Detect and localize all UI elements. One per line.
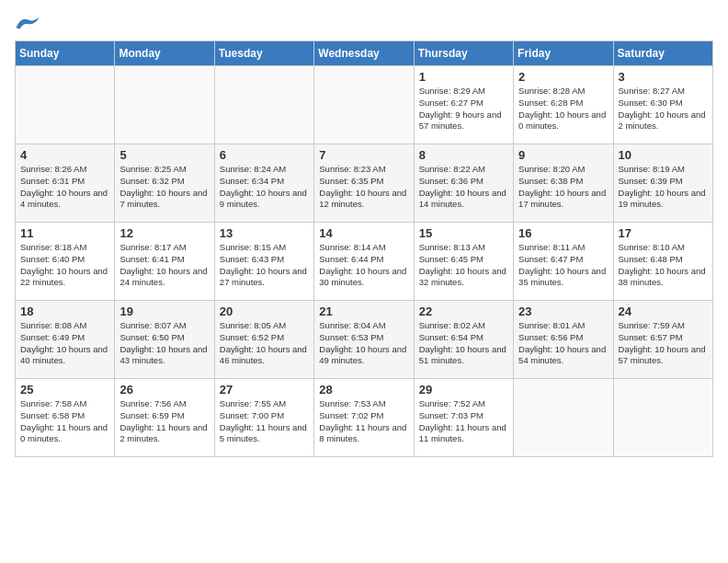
day-info: Sunrise: 7:59 AM Sunset: 6:57 PM Dayligh… xyxy=(619,320,708,367)
calendar-cell: 5Sunrise: 8:25 AM Sunset: 6:32 PM Daylig… xyxy=(115,144,214,223)
calendar-cell: 18Sunrise: 8:08 AM Sunset: 6:49 PM Dayli… xyxy=(16,301,115,379)
calendar-cell: 23Sunrise: 8:01 AM Sunset: 6:56 PM Dayli… xyxy=(514,301,613,379)
day-number: 22 xyxy=(419,304,508,318)
calendar-cell: 22Sunrise: 8:02 AM Sunset: 6:54 PM Dayli… xyxy=(414,301,513,379)
day-number: 19 xyxy=(119,304,209,318)
calendar-cell xyxy=(613,379,712,457)
weekday-header-wednesday: Wednesday xyxy=(314,41,414,66)
day-info: Sunrise: 8:24 AM Sunset: 6:34 PM Dayligh… xyxy=(220,164,309,211)
calendar-table: SundayMondayTuesdayWednesdayThursdayFrid… xyxy=(15,40,713,457)
logo-bird-icon xyxy=(15,15,40,33)
calendar-cell: 26Sunrise: 7:56 AM Sunset: 6:59 PM Dayli… xyxy=(115,379,214,457)
calendar-cell: 6Sunrise: 8:24 AM Sunset: 6:34 PM Daylig… xyxy=(214,144,313,223)
day-number: 21 xyxy=(319,304,408,318)
day-number: 24 xyxy=(619,304,708,318)
day-number: 6 xyxy=(220,148,309,162)
day-info: Sunrise: 8:28 AM Sunset: 6:28 PM Dayligh… xyxy=(518,86,608,132)
calendar-cell: 29Sunrise: 7:52 AM Sunset: 7:03 PM Dayli… xyxy=(414,379,513,457)
calendar-cell: 1Sunrise: 8:29 AM Sunset: 6:27 PM Daylig… xyxy=(414,66,513,144)
weekday-header-tuesday: Tuesday xyxy=(214,41,313,66)
calendar-cell: 19Sunrise: 8:07 AM Sunset: 6:50 PM Dayli… xyxy=(115,301,214,379)
calendar-week-row: 11Sunrise: 8:18 AM Sunset: 6:40 PM Dayli… xyxy=(16,223,713,301)
day-number: 9 xyxy=(518,148,608,162)
day-number: 29 xyxy=(419,383,508,396)
day-info: Sunrise: 8:29 AM Sunset: 6:27 PM Dayligh… xyxy=(419,86,508,132)
day-info: Sunrise: 8:19 AM Sunset: 6:39 PM Dayligh… xyxy=(619,164,708,211)
day-info: Sunrise: 7:56 AM Sunset: 6:59 PM Dayligh… xyxy=(119,398,209,445)
day-number: 5 xyxy=(119,148,209,162)
day-number: 1 xyxy=(419,70,508,84)
calendar-cell: 20Sunrise: 8:05 AM Sunset: 6:52 PM Dayli… xyxy=(214,301,313,379)
day-number: 27 xyxy=(220,383,309,396)
day-info: Sunrise: 8:04 AM Sunset: 6:53 PM Dayligh… xyxy=(319,320,408,367)
day-number: 17 xyxy=(619,226,708,240)
day-info: Sunrise: 8:23 AM Sunset: 6:35 PM Dayligh… xyxy=(319,164,408,211)
day-info: Sunrise: 7:58 AM Sunset: 6:58 PM Dayligh… xyxy=(20,398,109,445)
calendar-cell xyxy=(16,66,115,144)
day-info: Sunrise: 8:17 AM Sunset: 6:41 PM Dayligh… xyxy=(119,242,209,289)
day-number: 7 xyxy=(319,148,408,162)
weekday-header-friday: Friday xyxy=(514,41,613,66)
calendar-cell: 2Sunrise: 8:28 AM Sunset: 6:28 PM Daylig… xyxy=(514,66,613,144)
logo xyxy=(15,15,40,33)
day-info: Sunrise: 8:08 AM Sunset: 6:49 PM Dayligh… xyxy=(20,320,109,367)
weekday-header-monday: Monday xyxy=(115,41,214,66)
weekday-header-saturday: Saturday xyxy=(613,41,712,66)
calendar-cell: 17Sunrise: 8:10 AM Sunset: 6:48 PM Dayli… xyxy=(613,223,712,301)
day-number: 26 xyxy=(119,383,209,396)
day-info: Sunrise: 8:05 AM Sunset: 6:52 PM Dayligh… xyxy=(220,320,309,367)
day-number: 3 xyxy=(619,70,708,84)
calendar-cell: 3Sunrise: 8:27 AM Sunset: 6:30 PM Daylig… xyxy=(613,66,712,144)
calendar-cell: 4Sunrise: 8:26 AM Sunset: 6:31 PM Daylig… xyxy=(16,144,115,223)
day-info: Sunrise: 8:22 AM Sunset: 6:36 PM Dayligh… xyxy=(419,164,508,211)
day-info: Sunrise: 7:53 AM Sunset: 7:02 PM Dayligh… xyxy=(319,398,408,445)
day-info: Sunrise: 8:25 AM Sunset: 6:32 PM Dayligh… xyxy=(119,164,209,211)
day-number: 12 xyxy=(119,226,209,240)
day-number: 10 xyxy=(619,148,708,162)
calendar-week-row: 25Sunrise: 7:58 AM Sunset: 6:58 PM Dayli… xyxy=(16,379,713,457)
calendar-cell: 27Sunrise: 7:55 AM Sunset: 7:00 PM Dayli… xyxy=(214,379,313,457)
day-info: Sunrise: 8:01 AM Sunset: 6:56 PM Dayligh… xyxy=(518,320,608,367)
day-info: Sunrise: 8:18 AM Sunset: 6:40 PM Dayligh… xyxy=(20,242,109,289)
calendar-week-row: 18Sunrise: 8:08 AM Sunset: 6:49 PM Dayli… xyxy=(16,301,713,379)
calendar-cell: 16Sunrise: 8:11 AM Sunset: 6:47 PM Dayli… xyxy=(514,223,613,301)
day-number: 20 xyxy=(220,304,309,318)
day-info: Sunrise: 8:27 AM Sunset: 6:30 PM Dayligh… xyxy=(619,86,708,132)
weekday-header-sunday: Sunday xyxy=(16,41,115,66)
calendar-week-row: 4Sunrise: 8:26 AM Sunset: 6:31 PM Daylig… xyxy=(16,144,713,223)
calendar-cell xyxy=(214,66,313,144)
day-number: 15 xyxy=(419,226,508,240)
calendar-cell: 10Sunrise: 8:19 AM Sunset: 6:39 PM Dayli… xyxy=(613,144,712,223)
day-number: 25 xyxy=(20,383,109,396)
day-info: Sunrise: 8:26 AM Sunset: 6:31 PM Dayligh… xyxy=(20,164,109,211)
day-number: 28 xyxy=(319,383,408,396)
day-info: Sunrise: 8:15 AM Sunset: 6:43 PM Dayligh… xyxy=(220,242,309,289)
calendar-cell: 12Sunrise: 8:17 AM Sunset: 6:41 PM Dayli… xyxy=(115,223,214,301)
calendar-cell: 25Sunrise: 7:58 AM Sunset: 6:58 PM Dayli… xyxy=(16,379,115,457)
calendar-cell: 24Sunrise: 7:59 AM Sunset: 6:57 PM Dayli… xyxy=(613,301,712,379)
calendar-body: 1Sunrise: 8:29 AM Sunset: 6:27 PM Daylig… xyxy=(16,66,713,457)
day-info: Sunrise: 8:20 AM Sunset: 6:38 PM Dayligh… xyxy=(518,164,608,211)
day-number: 13 xyxy=(220,226,309,240)
day-number: 23 xyxy=(518,304,608,318)
calendar-cell: 8Sunrise: 8:22 AM Sunset: 6:36 PM Daylig… xyxy=(414,144,513,223)
day-info: Sunrise: 7:55 AM Sunset: 7:00 PM Dayligh… xyxy=(220,398,309,445)
day-info: Sunrise: 8:13 AM Sunset: 6:45 PM Dayligh… xyxy=(419,242,508,289)
day-info: Sunrise: 8:10 AM Sunset: 6:48 PM Dayligh… xyxy=(619,242,708,289)
calendar-cell: 28Sunrise: 7:53 AM Sunset: 7:02 PM Dayli… xyxy=(314,379,414,457)
day-info: Sunrise: 8:07 AM Sunset: 6:50 PM Dayligh… xyxy=(119,320,209,367)
calendar-cell: 11Sunrise: 8:18 AM Sunset: 6:40 PM Dayli… xyxy=(16,223,115,301)
calendar-cell: 21Sunrise: 8:04 AM Sunset: 6:53 PM Dayli… xyxy=(314,301,414,379)
day-info: Sunrise: 8:02 AM Sunset: 6:54 PM Dayligh… xyxy=(419,320,508,367)
day-number: 18 xyxy=(20,304,109,318)
header xyxy=(15,15,713,33)
weekday-header-thursday: Thursday xyxy=(414,41,513,66)
day-number: 8 xyxy=(419,148,508,162)
day-info: Sunrise: 8:11 AM Sunset: 6:47 PM Dayligh… xyxy=(518,242,608,289)
day-info: Sunrise: 8:14 AM Sunset: 6:44 PM Dayligh… xyxy=(319,242,408,289)
calendar-cell xyxy=(115,66,214,144)
day-info: Sunrise: 7:52 AM Sunset: 7:03 PM Dayligh… xyxy=(419,398,508,445)
calendar-cell xyxy=(314,66,414,144)
calendar-cell: 14Sunrise: 8:14 AM Sunset: 6:44 PM Dayli… xyxy=(314,223,414,301)
day-number: 4 xyxy=(20,148,109,162)
